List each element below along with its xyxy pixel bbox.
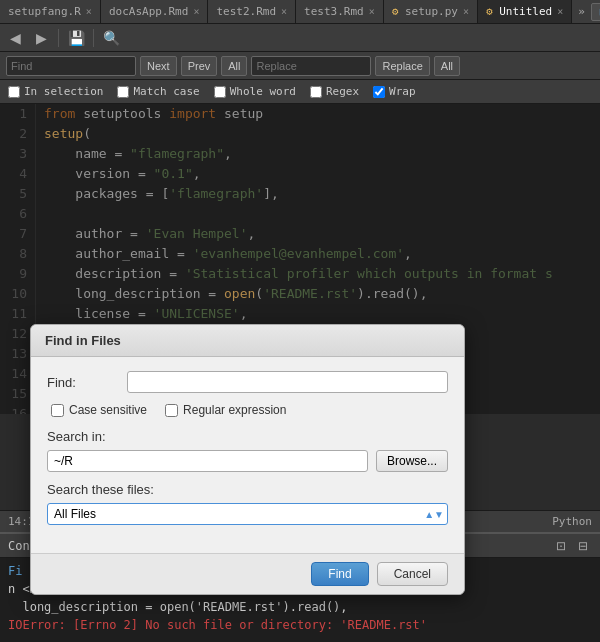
toolbar-separator-2 (93, 29, 94, 47)
replace-button[interactable]: Replace (375, 56, 429, 76)
whole-word-checkbox[interactable] (214, 86, 226, 98)
tab-bar: setupfang.R × docAsApp.Rmd × test2.Rmd ×… (0, 0, 600, 24)
tab-untitled[interactable]: ⚙ Untitled × (478, 0, 572, 24)
tab-close-untitled[interactable]: × (557, 6, 563, 17)
wrap-label: Wrap (389, 85, 416, 98)
tab-label: setupfang.R (8, 5, 81, 18)
files-select-wrapper: All Files R Files Python Files ▲▼ (47, 503, 448, 525)
tab-label: test2.Rmd (216, 5, 276, 18)
option-in-selection[interactable]: In selection (8, 85, 103, 98)
case-sensitive-label: Case sensitive (69, 403, 147, 417)
tab-label: setup.py (405, 5, 458, 18)
all-find-button[interactable]: All (221, 56, 247, 76)
in-selection-checkbox[interactable] (8, 86, 20, 98)
tab-test3[interactable]: test3.Rmd × (296, 0, 384, 24)
tab-icon: ⚙ (392, 5, 399, 18)
dialog-regex-label: Regular expression (183, 403, 286, 417)
language-indicator: Python (552, 515, 592, 528)
replace-input[interactable] (251, 56, 371, 76)
dialog-title: Find in Files (31, 325, 464, 357)
options-bar: In selection Match case Whole word Regex… (0, 80, 600, 104)
search-in-label: Search in: (47, 429, 448, 444)
console-collapse-button[interactable]: ⊟ (574, 537, 592, 555)
regex-label: Regex (326, 85, 359, 98)
tab-setup-py[interactable]: ⚙ setup.py × (384, 0, 478, 24)
toolbar-separator (58, 29, 59, 47)
dialog-options-row: Case sensitive Regular expression (47, 403, 448, 417)
option-regex[interactable]: Regex (310, 85, 359, 98)
browse-button[interactable]: Browse... (376, 450, 448, 472)
regex-checkbox[interactable] (310, 86, 322, 98)
search-in-input[interactable] (47, 450, 368, 472)
status-right: Python (552, 515, 592, 528)
find-in-files-dialog: Find in Files Find: Case sensitive Regul… (30, 324, 465, 595)
match-case-checkbox[interactable] (117, 86, 129, 98)
tab-close-setupfang[interactable]: × (86, 6, 92, 17)
tab-label: docAsApp.Rmd (109, 5, 188, 18)
tab-icon: ⚙ (486, 5, 493, 18)
tab-close-test2[interactable]: × (281, 6, 287, 17)
tab-label: test3.Rmd (304, 5, 364, 18)
console-controls: ⊡ ⊟ (552, 537, 592, 555)
wrap-checkbox[interactable] (373, 86, 385, 98)
option-wrap[interactable]: Wrap (373, 85, 416, 98)
prev-button[interactable]: Prev (181, 56, 218, 76)
dialog-cancel-button[interactable]: Cancel (377, 562, 448, 586)
back-button[interactable]: ◀ (4, 27, 26, 49)
save-button[interactable]: 💾 (65, 27, 87, 49)
tab-overflow[interactable]: » (572, 5, 591, 18)
find-bar: Next Prev All Replace All (0, 52, 600, 80)
case-sensitive-checkbox[interactable] (51, 404, 64, 417)
console-line-long-desc: long_description = open('README.rst').re… (8, 598, 592, 616)
console-prompt-1: Fi (8, 564, 22, 578)
option-whole-word[interactable]: Whole word (214, 85, 296, 98)
match-case-label: Match case (133, 85, 199, 98)
tab-close-test3[interactable]: × (369, 6, 375, 17)
save-icon: 💾 (68, 30, 85, 46)
search-in-row: Browse... (47, 450, 448, 472)
console-line-error: IOError: [Errno 2] No such file or direc… (8, 616, 592, 634)
option-match-case[interactable]: Match case (117, 85, 199, 98)
forward-icon: ▶ (36, 30, 47, 46)
dialog-body: Find: Case sensitive Regular expression … (31, 357, 464, 553)
back-icon: ◀ (10, 30, 21, 46)
find-row: Find: (47, 371, 448, 393)
search-files-row: All Files R Files Python Files ▲▼ (47, 503, 448, 525)
zoom-icon: 🔍 (103, 30, 120, 46)
editor-wrapper: 12345 678910 111213141516 from setuptool… (0, 104, 600, 414)
dialog-find-button[interactable]: Find (311, 562, 368, 586)
console-expand-button[interactable]: ⊡ (552, 537, 570, 555)
tab-test2[interactable]: test2.Rmd × (208, 0, 296, 24)
dialog-case-sensitive[interactable]: Case sensitive (51, 403, 147, 417)
run-script-button[interactable]: ▶ Run Script (591, 3, 600, 21)
search-files-label: Search these files: (47, 482, 448, 497)
toolbar: ◀ ▶ 💾 🔍 (0, 24, 600, 52)
all-replace-button[interactable]: All (434, 56, 460, 76)
in-selection-label: In selection (24, 85, 103, 98)
tab-close-docasapp[interactable]: × (193, 6, 199, 17)
find-label: Find: (47, 375, 117, 390)
files-select[interactable]: All Files R Files Python Files (47, 503, 448, 525)
tab-label: Untitled (499, 5, 552, 18)
dialog-regex[interactable]: Regular expression (165, 403, 286, 417)
tab-docasapp[interactable]: docAsApp.Rmd × (101, 0, 209, 24)
tab-setupfang[interactable]: setupfang.R × (0, 0, 101, 24)
zoom-button[interactable]: 🔍 (100, 27, 122, 49)
whole-word-label: Whole word (230, 85, 296, 98)
next-button[interactable]: Next (140, 56, 177, 76)
dialog-regex-checkbox[interactable] (165, 404, 178, 417)
tab-close-setup-py[interactable]: × (463, 6, 469, 17)
find-input[interactable] (6, 56, 136, 76)
dialog-find-input[interactable] (127, 371, 448, 393)
forward-button[interactable]: ▶ (30, 27, 52, 49)
dialog-buttons: Find Cancel (31, 553, 464, 594)
